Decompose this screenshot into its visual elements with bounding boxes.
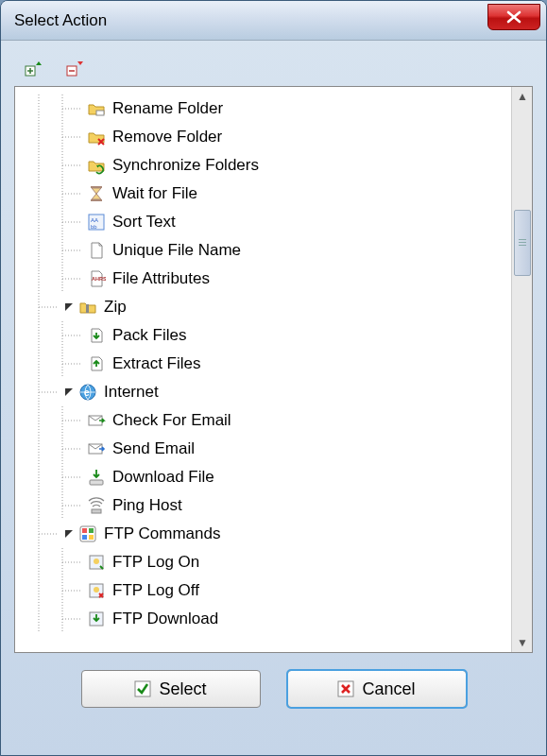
svg-rect-63 [89, 528, 94, 533]
tree-item[interactable]: Pack Files [15, 321, 511, 350]
tree-item[interactable]: FTP Download [15, 605, 511, 633]
button-bar: Select Cancel [14, 653, 533, 708]
svg-rect-54 [90, 480, 103, 485]
tree-item[interactable]: FTP Log Off [15, 576, 511, 605]
tree-item[interactable]: Extract Files [15, 350, 511, 378]
ftp-download-icon [86, 609, 107, 629]
internet-icon: e [77, 382, 98, 403]
collapse-icon [66, 61, 85, 80]
mail-in-icon [86, 410, 107, 431]
svg-rect-5 [96, 111, 104, 115]
tree-item[interactable]: eInternet [15, 378, 511, 406]
ftp-logon-icon [86, 552, 107, 573]
scrollbar[interactable]: ▲ ▼ [511, 87, 532, 652]
tree-item[interactable]: Unique File Name [15, 236, 511, 265]
cancel-button[interactable]: Cancel [287, 670, 467, 708]
folder-sync-icon [86, 155, 107, 176]
svg-rect-62 [82, 528, 87, 533]
tree-lines [15, 435, 86, 463]
pack-icon [86, 325, 107, 346]
tree-item[interactable]: Synchronize Folders [15, 151, 511, 180]
sort-text-icon: AAbb [86, 212, 107, 232]
dialog-window: Select Action [0, 0, 547, 756]
tree-item-label: FTP Log Off [112, 581, 199, 600]
tree-item-label: Sort Text [112, 213, 176, 232]
tree-toggle[interactable] [62, 527, 76, 541]
zip-icon [77, 297, 98, 318]
ftp-icon [77, 524, 98, 544]
tree-lines [15, 151, 86, 180]
collapse-all-button[interactable] [63, 60, 88, 82]
svg-text:AA: AA [91, 217, 98, 223]
cancel-button-label: Cancel [362, 679, 415, 699]
tree-item[interactable]: Zip [15, 293, 511, 321]
close-icon [506, 10, 521, 24]
tree-item-label: Remove Folder [112, 128, 222, 146]
tree-item[interactable]: Remove Folder [15, 123, 511, 151]
tree-lines [15, 378, 62, 406]
tree-item-label: Send Email [112, 439, 195, 458]
tree-item-label: Check For Email [112, 411, 231, 430]
toolbar [14, 56, 533, 86]
tree-item-label: Pack Files [112, 326, 186, 345]
tree-item-label: FTP Commands [104, 524, 220, 543]
tree-lines [15, 293, 62, 321]
svg-rect-65 [89, 535, 94, 540]
tree-lines [15, 180, 86, 208]
tree-lines [15, 605, 86, 633]
tree-item[interactable]: FTP Log On [15, 548, 511, 576]
tree-lines [15, 463, 86, 491]
tree-lines [15, 208, 86, 236]
tree-item-label: File Attributes [112, 269, 210, 288]
tree-item[interactable]: AAbbSort Text [15, 208, 511, 236]
hourglass-icon [86, 183, 107, 204]
tree-lines [15, 94, 86, 123]
tree-item[interactable]: Check For Email [15, 406, 511, 435]
expand-all-button[interactable] [22, 60, 46, 82]
tree-lines [15, 265, 86, 293]
svg-text:e: e [84, 387, 90, 398]
scroll-thumb[interactable] [514, 210, 531, 276]
tree-item-label: Rename Folder [112, 99, 223, 118]
svg-text:bb: bb [91, 224, 97, 230]
action-tree[interactable]: Rename FolderRemove FolderSynchronize Fo… [15, 87, 511, 652]
attrs-icon: AHRS [86, 268, 107, 289]
select-button-label: Select [159, 679, 206, 699]
tree-container: Rename FolderRemove FolderSynchronize Fo… [14, 86, 533, 653]
tree-item-label: FTP Download [112, 610, 218, 628]
scroll-up-button[interactable]: ▲ [512, 87, 533, 106]
tree-lines [15, 491, 86, 520]
expand-icon [25, 61, 43, 80]
tree-lines [15, 236, 86, 265]
tree-item-label: FTP Log On [112, 553, 199, 572]
ftp-logoff-icon [86, 580, 107, 601]
tree-lines [15, 548, 86, 576]
svg-rect-64 [82, 535, 87, 540]
folder-rename-icon [86, 98, 107, 119]
svg-rect-80 [135, 681, 150, 696]
tree-lines [15, 321, 86, 350]
tree-toggle[interactable] [62, 386, 76, 399]
tree-lines [15, 123, 86, 151]
svg-text:AHRS: AHRS [92, 276, 106, 282]
select-button[interactable]: Select [81, 670, 261, 708]
tree-item[interactable]: Rename Folder [15, 94, 511, 123]
window-title: Select Action [14, 11, 487, 30]
tree-toggle[interactable] [62, 301, 76, 314]
tree-item[interactable]: FTP Commands [15, 520, 511, 548]
x-icon [337, 680, 354, 697]
tree-item-label: Unique File Name [112, 241, 241, 260]
tree-item[interactable]: Wait for File [15, 180, 511, 208]
svg-point-75 [94, 587, 99, 593]
folder-delete-icon [86, 127, 107, 147]
tree-item[interactable]: AHRSFile Attributes [15, 265, 511, 293]
tree-item[interactable]: Send Email [15, 435, 511, 463]
tree-item-label: Synchronize Folders [112, 156, 259, 175]
close-button[interactable] [487, 4, 540, 30]
tree-item[interactable]: Download File [15, 463, 511, 491]
scroll-down-button[interactable]: ▼ [512, 633, 533, 652]
download-icon [86, 467, 107, 488]
tree-item[interactable]: Ping Host [15, 491, 511, 520]
tree-item-label: Zip [104, 298, 127, 317]
tree-item-label: Ping Host [112, 496, 182, 515]
